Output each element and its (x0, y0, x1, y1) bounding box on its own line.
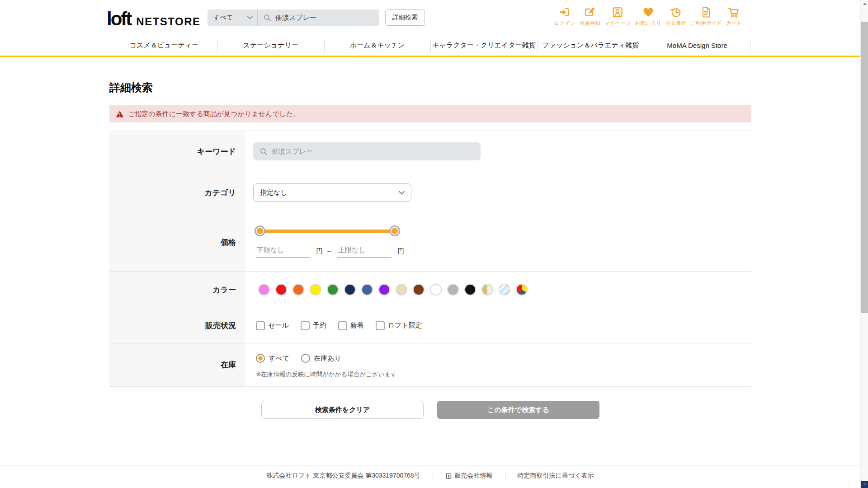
detail-search-button[interactable]: 詳細検索 (385, 9, 425, 26)
checkbox-new-arrival[interactable]: 新着 (338, 321, 364, 330)
cart-label: カート (726, 20, 742, 27)
clear-button-label: 検索条件をクリア (315, 406, 370, 414)
order-history-link[interactable]: 注文履歴 (665, 6, 686, 27)
favorites-label: お気に入り (635, 20, 661, 27)
slider-track[interactable] (260, 230, 395, 233)
color-swatch-white[interactable] (430, 284, 442, 296)
sales-status-options: セール 予約 新着 ロフト限定 (256, 321, 422, 330)
scrollbar-up-button[interactable] (861, 0, 868, 8)
slider-handle-min[interactable] (255, 225, 265, 236)
color-swatch-brown[interactable] (413, 284, 425, 296)
nav-label: ステーショナリー (243, 41, 298, 50)
price-row: 価格 下限なし 円 ～ 上限なし 円 (109, 213, 751, 272)
footer-link-commerce-law[interactable]: 特定商取引法に基づく表示 (518, 472, 594, 480)
footer-divider (505, 472, 505, 479)
checkbox-label: 予約 (313, 321, 326, 330)
radio-button[interactable] (256, 354, 265, 363)
checkbox-sale[interactable]: セール (256, 321, 289, 330)
favorites-icon (642, 6, 655, 19)
color-swatch-gold-silver[interactable] (481, 284, 493, 296)
checkbox-box[interactable] (376, 321, 385, 330)
building-icon (445, 473, 452, 479)
footer: 株式会社ロフト 東京都公安委員会 第303319700768号 販売会社情報 特… (0, 465, 860, 488)
logo-primary: loft (107, 8, 131, 30)
slider-handle-max[interactable] (389, 225, 400, 236)
checkbox-label: 新着 (350, 321, 364, 330)
price-unit: 円 (316, 247, 323, 258)
register-link[interactable]: 会員登録 (580, 6, 600, 27)
color-swatch-blue[interactable] (361, 284, 373, 296)
nav-item-home-kitchen[interactable]: ホーム＆キッチン (324, 35, 431, 56)
scrollbar-down-button[interactable] (861, 481, 868, 488)
keyword-input[interactable]: 催涙スプレー (253, 142, 481, 160)
scrollbar-thumb[interactable] (861, 22, 868, 313)
checkbox-box[interactable] (338, 321, 347, 330)
price-range-separator: ～ (326, 247, 333, 258)
radio-button[interactable] (301, 354, 310, 363)
sales-status-row: 販売状況 セール 予約 新着 ロフト限定 (109, 308, 751, 343)
radio-label: すべて (269, 354, 289, 363)
loft-logo[interactable]: loft NETSTORE (107, 8, 201, 30)
cart-link[interactable]: カート (726, 6, 742, 27)
price-max-input[interactable]: 上限なし (337, 246, 392, 258)
mypage-label: マイページ (604, 20, 631, 27)
nav-label: ホーム＆キッチン (350, 41, 405, 50)
search-category-value: すべて (213, 14, 233, 22)
color-swatch-purple[interactable] (378, 284, 390, 296)
category-select[interactable]: 指定なし (253, 183, 411, 202)
vertical-scrollbar (860, 0, 868, 488)
keyword-label: キーワード (109, 131, 245, 172)
color-swatch-pink[interactable] (258, 284, 270, 296)
nav-item-cosmetics[interactable]: コスメ＆ビューティー (111, 35, 217, 56)
search-category-select[interactable]: すべて (208, 9, 257, 26)
nav-item-moma[interactable]: MoMA Design Store (644, 35, 750, 56)
footer-link-seller-info[interactable]: 販売会社情報 (445, 472, 493, 480)
header-search-input[interactable]: 催涙スプレー (258, 14, 379, 22)
guide-label: ご利用ガイド (690, 20, 722, 27)
nav-item-stationery[interactable]: ステーショナリー (217, 35, 324, 56)
search-with-conditions-button[interactable]: この条件で検索する (437, 401, 599, 419)
nav-item-character-goods[interactable]: キャラクター・クリエイター雑貨 (430, 35, 537, 56)
page-title: 詳細検索 (109, 80, 153, 95)
color-swatch-clear[interactable] (499, 284, 510, 296)
price-min-input[interactable]: 下限なし (256, 246, 310, 258)
color-swatch-orange[interactable] (292, 284, 304, 296)
color-row: カラー (109, 272, 751, 308)
radio-in-stock[interactable]: 在庫あり (301, 354, 341, 363)
color-label: カラー (109, 272, 245, 308)
clear-conditions-button[interactable]: 検索条件をクリア (261, 401, 424, 419)
color-swatch-green[interactable] (327, 284, 339, 296)
color-swatch-navy[interactable] (344, 284, 356, 296)
advanced-search-form: キーワード 催涙スプレー カテゴリ 指定なし 価格 下限なし (109, 131, 751, 387)
color-swatch-multicolor[interactable] (516, 284, 528, 296)
no-results-alert: ご指定の条件に一致する商品が見つかりませんでした。 (109, 105, 751, 122)
guide-link[interactable]: ご利用ガイド (690, 6, 722, 27)
color-swatch-yellow[interactable] (310, 284, 321, 296)
sales-status-label: 販売状況 (109, 308, 245, 343)
category-label: カテゴリ (109, 172, 245, 213)
checkbox-loft-exclusive[interactable]: ロフト限定 (376, 321, 422, 330)
radio-label: 在庫あり (314, 354, 341, 363)
chevron-down-icon (247, 16, 253, 19)
nav-item-fashion-variety[interactable]: ファッション＆バラエティ雑貨 (537, 35, 644, 56)
nav-label: ファッション＆バラエティ雑貨 (542, 41, 639, 50)
login-link[interactable]: ログイン (554, 6, 576, 27)
color-swatch-beige[interactable] (396, 284, 407, 296)
color-swatch-gray[interactable] (447, 284, 459, 296)
order-history-icon (670, 6, 682, 19)
footer-link-label: 販売会社情報 (455, 472, 493, 480)
stock-label: 在庫 (109, 343, 245, 386)
search-button-label: この条件で検索する (487, 406, 549, 414)
radio-all[interactable]: すべて (256, 354, 289, 363)
checkbox-preorder[interactable]: 予約 (301, 321, 326, 330)
register-label: 会員登録 (580, 20, 600, 27)
favorites-link[interactable]: お気に入り (635, 6, 661, 27)
top-bar: loft NETSTORE すべて 催涙スプレー 詳細検索 ログイン 会員登録 … (0, 0, 860, 35)
checkbox-box[interactable] (301, 321, 310, 330)
color-swatch-black[interactable] (464, 284, 476, 296)
checkbox-box[interactable] (256, 321, 265, 330)
header-quick-links: ログイン 会員登録 マイページ お気に入り 注文履歴 ご利用ガイド カート (554, 6, 742, 27)
mypage-link[interactable]: マイページ (604, 6, 631, 27)
footer-link-label: 特定商取引法に基づく表示 (518, 472, 594, 480)
color-swatch-red[interactable] (275, 284, 287, 296)
